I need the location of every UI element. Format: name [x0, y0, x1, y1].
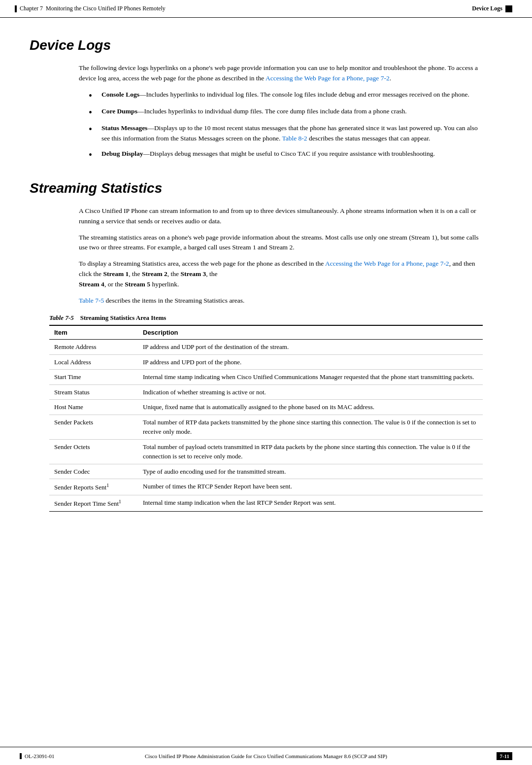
streaming-statistics-title: Streaming Statistics [30, 180, 502, 196]
streaming-para2: The streaming statistics areas on a phon… [79, 233, 483, 253]
device-logs-bullets: • Console Logs—Includes hyperlinks to in… [89, 90, 483, 161]
page-header: Chapter 7 Monitoring the Cisco Unified I… [0, 0, 532, 18]
row-item-stream-status: Stream Status [49, 384, 138, 400]
table-row: Sender Octets Total number of payload oc… [49, 439, 483, 464]
bullet-dot-1: • [89, 90, 99, 102]
footnote-sup-2: 1 [119, 499, 121, 504]
row-item-sender-packets: Sender Packets [49, 415, 138, 439]
header-right-bar [505, 5, 512, 12]
table-row: Host Name Unique, fixed name that is aut… [49, 400, 483, 415]
header-left-bar [15, 5, 17, 12]
row-item-sender-codec: Sender Codec [49, 464, 138, 479]
row-item-sender-octets: Sender Octets [49, 439, 138, 464]
row-desc-remote-address: IP address and UDP port of the destinati… [138, 340, 483, 355]
streaming-table-ref: Table 7-5 describes the items in the Str… [79, 296, 483, 306]
row-item-remote-address: Remote Address [49, 340, 138, 355]
bullet-debug-display: • Debug Display—Displays debug messages … [89, 149, 483, 161]
row-desc-sender-octets: Total number of payload octets transmitt… [138, 439, 483, 464]
footnote-sup-1: 1 [106, 483, 109, 488]
table-caption-title: Streaming Statistics Area Items [80, 314, 166, 321]
page-footer: OL-23091-01 Cisco Unified IP Phone Admin… [0, 747, 532, 765]
header-chapter: Chapter 7 [20, 5, 43, 12]
device-logs-intro: The following device logs hyperlinks on … [79, 63, 483, 84]
bullet-core-dumps: • Core Dumps—Includes hyperlinks to indi… [89, 106, 483, 118]
streaming-web-page-link[interactable]: Accessing the Web Page for a Phone, page… [325, 260, 449, 267]
bullet-content-3: Status Messages—Displays up to the 10 mo… [101, 123, 483, 144]
table-caption-number: Table 7-5 [49, 314, 74, 321]
table-row: Sender Report Time Sent1 Internal time s… [49, 495, 483, 511]
row-desc-sender-report-time-sent: Internal time stamp indication when the … [138, 495, 483, 511]
table-row: Sender Packets Total number of RTP data … [49, 415, 483, 439]
col-header-item: Item [49, 325, 138, 340]
streaming-para1: A Cisco Unified IP Phone can stream info… [79, 206, 483, 227]
table-7-5-link[interactable]: Table 7-5 [79, 297, 104, 304]
table-caption: Table 7-5 Streaming Statistics Area Item… [49, 314, 483, 322]
row-desc-sender-codec: Type of audio encoding used for the tran… [138, 464, 483, 479]
bullet-status-messages: • Status Messages—Displays up to the 10 … [89, 123, 483, 144]
device-logs-link[interactable]: Accessing the Web Page for a Phone, page… [266, 74, 390, 82]
bullet-dot-2: • [89, 106, 99, 118]
footer-center-text: Cisco Unified IP Phone Administration Gu… [145, 753, 387, 759]
row-desc-start-time: Internal time stamp indicating when Cisc… [138, 370, 483, 385]
table-row: Remote Address IP address and UDP port o… [49, 340, 483, 355]
footer-left-bar [20, 753, 22, 759]
bullet-console-logs: • Console Logs—Includes hyperlinks to in… [89, 90, 483, 102]
bullet-term-3: Status Messages [101, 124, 147, 132]
header-left: Chapter 7 Monitoring the Cisco Unified I… [15, 5, 166, 12]
bullet-content-1: Console Logs—Includes hyperlinks to indi… [101, 90, 483, 102]
footer-doc-number: OL-23091-01 [25, 753, 55, 759]
table-8-2-link[interactable]: Table 8-2 [282, 135, 307, 142]
row-desc-stream-status: Indication of whether streaming is activ… [138, 384, 483, 400]
bullet-dot-4: • [89, 149, 99, 161]
bullet-term-4: Debug Display [101, 150, 143, 157]
col-header-desc: Description [138, 325, 483, 340]
page-container: Chapter 7 Monitoring the Cisco Unified I… [0, 0, 532, 765]
bullet-term-2: Core Dumps [101, 107, 137, 115]
row-desc-sender-packets: Total number of RTP data packets transmi… [138, 415, 483, 439]
bullet-content-2: Core Dumps—Includes hyperlinks to indivi… [101, 106, 483, 118]
table-row: Local Address IP address and UPD port of… [49, 354, 483, 370]
row-desc-local-address: IP address and UPD port of the phone. [138, 354, 483, 370]
footer-left: OL-23091-01 [20, 753, 55, 759]
row-item-sender-reports-sent: Sender Reports Sent1 [49, 479, 138, 495]
table-header-row: Item Description [49, 325, 483, 340]
streaming-statistics-table: Item Description Remote Address IP addre… [49, 325, 483, 512]
footer-page-number: 7-11 [497, 752, 512, 760]
table-row: Start Time Internal time stamp indicatin… [49, 370, 483, 385]
header-section-label: Device Logs [472, 5, 502, 12]
device-logs-title: Device Logs [30, 37, 502, 53]
row-desc-sender-reports-sent: Number of times the RTCP Sender Report h… [138, 479, 483, 495]
footer-right: 7-11 [497, 752, 512, 760]
row-item-local-address: Local Address [49, 354, 138, 370]
row-item-sender-report-time-sent: Sender Report Time Sent1 [49, 495, 138, 511]
row-desc-host-name: Unique, fixed name that is automatically… [138, 400, 483, 415]
header-chapter-title: Monitoring the Cisco Unified IP Phones R… [46, 5, 166, 12]
row-item-start-time: Start Time [49, 370, 138, 385]
page-content: Device Logs The following device logs hy… [0, 18, 532, 526]
bullet-dot-3: • [89, 123, 99, 144]
table-body: Remote Address IP address and UDP port o… [49, 340, 483, 512]
table-row: Stream Status Indication of whether stre… [49, 384, 483, 400]
table-row: Sender Codec Type of audio encoding used… [49, 464, 483, 479]
bullet-content-4: Debug Display—Displays debug messages th… [101, 149, 483, 161]
header-right: Device Logs [472, 5, 512, 12]
bullet-term-1: Console Logs [101, 91, 139, 98]
row-item-host-name: Host Name [49, 400, 138, 415]
table-row: Sender Reports Sent1 Number of times the… [49, 479, 483, 495]
streaming-para3: To display a Streaming Statistics area, … [79, 259, 483, 290]
